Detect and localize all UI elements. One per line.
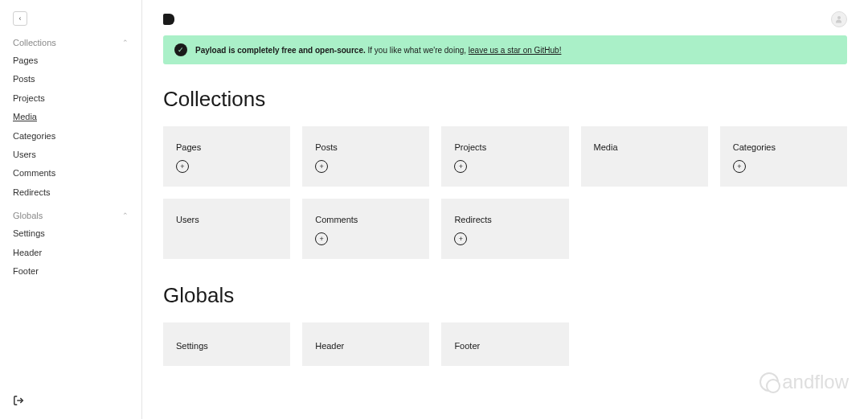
add-button[interactable]: + — [454, 160, 467, 173]
nav-group-label: Globals — [13, 211, 43, 220]
card-title: Posts — [315, 142, 416, 152]
sidebar-item-categories[interactable]: Categories — [0, 127, 141, 146]
card-title: Comments — [315, 215, 416, 224]
card-posts[interactable]: Posts + — [302, 126, 429, 187]
sidebar-item-header[interactable]: Header — [0, 244, 141, 262]
card-media[interactable]: Media — [581, 126, 708, 187]
sidebar-item-comments[interactable]: Comments — [0, 164, 141, 183]
globals-grid: Settings Header Footer — [163, 322, 847, 366]
card-footer[interactable]: Footer — [441, 322, 568, 366]
info-banner: ✓ Payload is completely free and open-so… — [163, 35, 847, 64]
sidebar-collapse-button[interactable]: ‹ — [13, 11, 27, 26]
plus-icon: + — [320, 162, 324, 170]
sidebar-item-posts[interactable]: Posts — [0, 70, 141, 88]
add-button[interactable]: + — [315, 232, 328, 245]
card-categories[interactable]: Categories + — [720, 126, 847, 187]
card-title: Media — [594, 142, 695, 152]
card-title: Redirects — [454, 215, 555, 224]
card-settings[interactable]: Settings — [163, 322, 290, 366]
sidebar: ‹ Collections ⌃ Pages Posts Projects Med… — [0, 0, 142, 419]
nav-group-label: Collections — [13, 38, 56, 47]
check-circle-icon: ✓ — [174, 43, 187, 56]
svg-point-1 — [837, 16, 841, 19]
add-button[interactable]: + — [315, 160, 328, 173]
add-button[interactable]: + — [454, 232, 467, 245]
card-title: Settings — [176, 341, 208, 351]
sidebar-item-media[interactable]: Media — [0, 108, 141, 126]
main-content: ✓ Payload is completely free and open-so… — [142, 0, 868, 419]
header — [142, 0, 868, 35]
add-button[interactable]: + — [176, 160, 189, 173]
nav-group-collections[interactable]: Collections ⌃ — [0, 34, 141, 51]
card-title: Footer — [454, 341, 480, 351]
collections-title: Collections — [163, 87, 847, 112]
card-projects[interactable]: Projects + — [441, 126, 568, 187]
sidebar-item-footer[interactable]: Footer — [0, 262, 141, 281]
plus-icon: + — [459, 235, 463, 243]
nav-list-collections: Pages Posts Projects Media Categories Us… — [0, 51, 141, 207]
chevron-up-icon: ⌃ — [122, 212, 129, 220]
banner-text: Payload is completely free and open-sour… — [195, 46, 561, 55]
sidebar-item-redirects[interactable]: Redirects — [0, 183, 141, 202]
plus-icon: + — [320, 235, 324, 243]
sidebar-item-settings[interactable]: Settings — [0, 224, 141, 243]
card-title: Categories — [733, 142, 834, 152]
card-redirects[interactable]: Redirects + — [441, 199, 568, 259]
card-comments[interactable]: Comments + — [302, 199, 429, 259]
globals-title: Globals — [163, 283, 847, 308]
sidebar-item-pages[interactable]: Pages — [0, 51, 141, 70]
sidebar-item-projects[interactable]: Projects — [0, 89, 141, 108]
banner-mid-text: If you like what we're doing, — [366, 46, 469, 55]
sidebar-item-users[interactable]: Users — [0, 146, 141, 164]
plus-icon: + — [180, 162, 184, 170]
nav-list-globals: Settings Header Footer — [0, 224, 141, 285]
avatar[interactable] — [831, 11, 847, 27]
banner-link[interactable]: leave us a star on GitHub! — [469, 46, 562, 55]
card-users[interactable]: Users — [163, 199, 290, 259]
card-title: Users — [176, 215, 277, 224]
logo-icon[interactable] — [163, 14, 174, 25]
card-pages[interactable]: Pages + — [163, 126, 290, 187]
chevron-up-icon: ⌃ — [122, 39, 129, 47]
nav-group-globals[interactable]: Globals ⌃ — [0, 207, 141, 224]
card-header[interactable]: Header — [302, 322, 429, 366]
chevron-left-icon: ‹ — [19, 14, 22, 23]
card-title: Projects — [454, 142, 555, 152]
card-title: Header — [315, 341, 344, 351]
banner-bold-text: Payload is completely free and open-sour… — [195, 46, 366, 55]
plus-icon: + — [737, 162, 741, 170]
plus-icon: + — [459, 162, 463, 170]
logout-icon[interactable] — [13, 395, 24, 409]
add-button[interactable]: + — [733, 160, 746, 173]
collections-grid: Pages + Posts + Projects + Media Categor… — [163, 126, 847, 259]
card-title: Pages — [176, 142, 277, 152]
